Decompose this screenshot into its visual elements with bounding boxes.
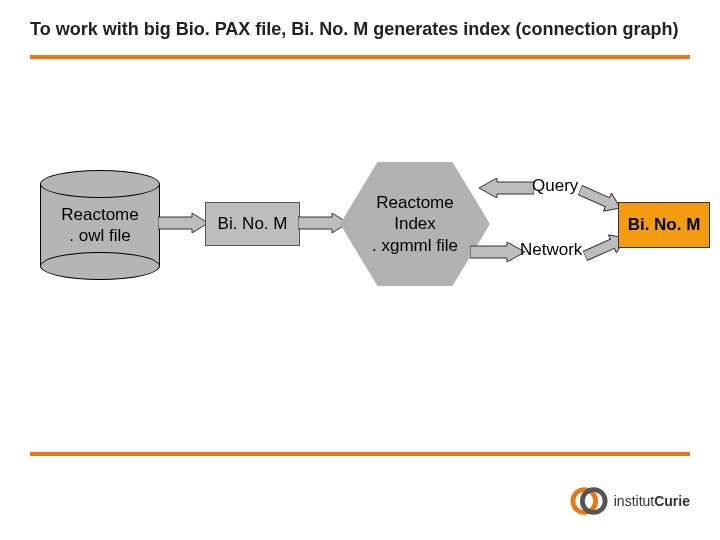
process-binom-2: Bi. No. M bbox=[618, 202, 710, 248]
hex-line2: Index bbox=[394, 214, 436, 233]
arrow-process1-to-hex bbox=[298, 213, 348, 233]
hex-line3: . xgmml file bbox=[372, 236, 458, 255]
arrow-query-to-hex bbox=[479, 178, 534, 198]
label-query: Query bbox=[532, 176, 578, 196]
footer-logo: institutCurie bbox=[570, 482, 690, 520]
top-rule bbox=[30, 55, 690, 59]
process-binom-1-label: Bi. No. M bbox=[218, 214, 288, 234]
cylinder-label-line2: . owl file bbox=[69, 226, 130, 245]
footer-org-name: Curie bbox=[654, 493, 690, 509]
cylinder-label: Reactome . owl file bbox=[40, 204, 160, 247]
footer-org-prefix: institut bbox=[614, 493, 654, 509]
arrow-hex-to-network bbox=[470, 242, 525, 262]
svg-marker-4 bbox=[576, 181, 624, 217]
cylinder-label-line1: Reactome bbox=[61, 205, 138, 224]
svg-marker-0 bbox=[158, 213, 208, 233]
bottom-rule bbox=[30, 452, 690, 456]
institut-curie-icon bbox=[570, 482, 608, 520]
hex-line1: Reactome bbox=[376, 193, 453, 212]
svg-marker-1 bbox=[298, 213, 348, 233]
process-binom-2-label: Bi. No. M bbox=[628, 215, 701, 235]
footer-logo-text: institutCurie bbox=[614, 493, 690, 509]
arrow-query-to-process2 bbox=[576, 181, 624, 217]
label-network: Network bbox=[520, 240, 582, 260]
cylinder-bottom bbox=[40, 252, 160, 280]
hexagon-reactome-index: Reactome Index . xgmml file bbox=[340, 158, 490, 290]
svg-marker-2 bbox=[479, 178, 534, 198]
slide-title: To work with big Bio. PAX file, Bi. No. … bbox=[0, 0, 720, 51]
diagram-stage: Reactome . owl file Bi. No. M Reactome I… bbox=[30, 150, 690, 350]
svg-marker-3 bbox=[470, 242, 525, 262]
cylinder-reactome-owl: Reactome . owl file bbox=[40, 170, 160, 280]
cylinder-top bbox=[40, 170, 160, 198]
process-binom-1: Bi. No. M bbox=[205, 202, 300, 246]
arrow-cylinder-to-process1 bbox=[158, 213, 208, 233]
